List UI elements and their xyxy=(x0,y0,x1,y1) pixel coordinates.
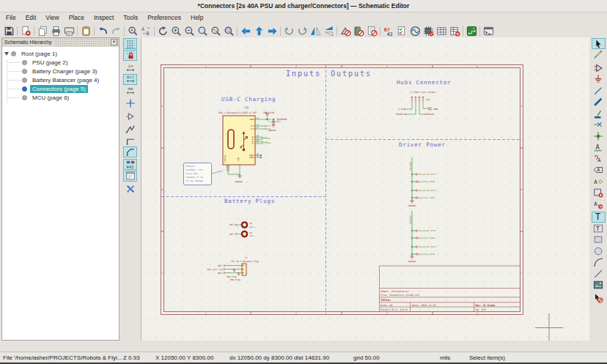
global-label-button[interactable]: A xyxy=(592,165,606,176)
bus-entry-button[interactable] xyxy=(592,108,606,119)
zoom-in-button[interactable] xyxy=(170,25,183,37)
redo-button[interactable] xyxy=(110,25,122,37)
menu-inspect[interactable]: Inspect xyxy=(90,12,117,23)
net-label-button[interactable]: A xyxy=(592,142,606,153)
simulator-button[interactable] xyxy=(409,25,422,37)
hier-label-button[interactable]: A xyxy=(592,176,606,187)
svg-text:A: A xyxy=(597,157,601,163)
open-pcb-button[interactable] xyxy=(466,25,478,37)
rotate-cw-button[interactable] xyxy=(296,25,309,37)
expander-icon[interactable] xyxy=(4,52,9,56)
add-rect-button[interactable] xyxy=(592,234,606,245)
cursor-arrow-button[interactable] xyxy=(592,38,606,49)
add-wire-button[interactable] xyxy=(592,85,606,96)
add-arc-button[interactable] xyxy=(592,257,606,268)
save-button[interactable] xyxy=(3,25,15,37)
hierarchy-header[interactable]: Schematic Hierarchy ✕ xyxy=(2,38,119,47)
cursor-cross-button[interactable] xyxy=(123,98,137,109)
add-bus-button[interactable] xyxy=(592,97,606,108)
sidebar-item-label: MCU (page 6) xyxy=(30,94,71,102)
menu-file[interactable]: File xyxy=(2,12,20,23)
free-angle-button[interactable] xyxy=(123,124,137,135)
mirror-h-button[interactable] xyxy=(309,25,322,37)
find-replace-button[interactable]: AB xyxy=(140,25,152,37)
toolbar-separator xyxy=(94,26,95,36)
edit-library-button[interactable] xyxy=(353,25,365,37)
highlight-net-button[interactable] xyxy=(592,50,606,61)
grid-dots-button[interactable] xyxy=(123,38,137,49)
menu-preferences[interactable]: Preferences xyxy=(144,12,185,23)
rotate-cw-icon xyxy=(297,26,308,37)
refresh-button[interactable] xyxy=(157,25,169,37)
hv-lines-button[interactable] xyxy=(123,135,137,146)
undo-button[interactable] xyxy=(97,25,109,37)
hidden-pins-button[interactable] xyxy=(123,111,137,122)
edit-table-button[interactable] xyxy=(435,25,448,37)
no-connect-button[interactable] xyxy=(592,119,606,130)
svg-text:C: C xyxy=(162,272,163,275)
mirror-v-button[interactable] xyxy=(323,25,335,37)
menu-view[interactable]: View xyxy=(42,12,62,23)
plot-button[interactable] xyxy=(63,25,76,37)
nav-up-button[interactable] xyxy=(253,25,265,37)
schematic-canvas[interactable]: 1234 1234 ABC ABC Inputs Outputs USB-C C… xyxy=(141,37,589,341)
sidebar-item-battery[interactable]: Battery Charger (page 3) xyxy=(2,67,119,75)
anno-auto-button[interactable]: R42 xyxy=(123,159,137,170)
add-symbol-button[interactable] xyxy=(592,62,606,73)
sheet-pin-button[interactable]: A xyxy=(592,198,606,209)
edit-symbol-button[interactable] xyxy=(339,25,352,37)
delete-tool-button[interactable] xyxy=(592,292,606,303)
print-button[interactable] xyxy=(50,25,62,37)
svg-text:T: T xyxy=(595,212,600,222)
save-icon xyxy=(4,26,15,37)
props-dialog-button[interactable] xyxy=(123,171,137,182)
sheet-setup-button[interactable] xyxy=(20,25,32,37)
assign-footprints-button[interactable] xyxy=(422,25,435,37)
erc-button[interactable] xyxy=(396,25,408,37)
junction-button[interactable] xyxy=(592,130,606,141)
sidebar-item-root[interactable]: Root (page 1) xyxy=(2,49,119,58)
menu-place[interactable]: Place xyxy=(65,12,88,23)
menu-tools[interactable]: Tools xyxy=(119,12,141,23)
sidebar-item-mcu[interactable]: MCU (page 6) xyxy=(2,93,119,102)
tools-x-button[interactable] xyxy=(123,183,137,194)
add-text-button[interactable]: T xyxy=(592,212,606,223)
nav-right-button[interactable] xyxy=(266,25,279,37)
add-textbox-button[interactable]: T xyxy=(592,223,606,234)
zoom-out-button[interactable] xyxy=(183,25,196,37)
zoom-selection-button[interactable] xyxy=(223,25,235,37)
menu-help[interactable]: Help xyxy=(187,12,207,23)
unit-in-button[interactable]: in xyxy=(123,62,137,73)
simulator-icon xyxy=(410,26,421,37)
unit-mm-button[interactable]: mm xyxy=(123,85,137,96)
add-image-button[interactable] xyxy=(592,280,606,291)
toolbar-separator xyxy=(336,26,337,36)
zoom-objects-button[interactable] xyxy=(210,25,222,37)
nav-left-button[interactable] xyxy=(240,25,252,37)
close-icon[interactable]: ✕ xyxy=(111,39,117,45)
bom-button[interactable] xyxy=(449,25,461,37)
svg-text:Keystone 3569: Keystone 3569 xyxy=(418,253,435,256)
paste-button[interactable] xyxy=(80,25,92,37)
toolbar-separator xyxy=(154,26,155,36)
annotate-icon: R?42 xyxy=(383,26,394,37)
line-45-button[interactable] xyxy=(123,146,137,157)
add-line-button[interactable] xyxy=(592,268,606,279)
net-class-button[interactable]: A xyxy=(592,153,606,164)
find-button[interactable]: A xyxy=(127,25,139,37)
hier-sheet-button[interactable] xyxy=(592,187,606,198)
add-power-button[interactable] xyxy=(592,74,606,85)
sidebar-item-psu[interactable]: PSU (page 2) xyxy=(2,58,119,67)
unit-mil-button[interactable]: mil xyxy=(123,74,137,85)
console-button[interactable] xyxy=(482,25,495,37)
add-circle-button[interactable] xyxy=(592,245,606,256)
sidebar-item-connectors[interactable]: Connectors (page 5) xyxy=(2,84,119,93)
menu-edit[interactable]: Edit xyxy=(22,12,40,23)
edit-fields-button[interactable] xyxy=(366,25,378,37)
annotate-button[interactable]: R?42 xyxy=(383,25,395,37)
new-sheet-button[interactable] xyxy=(37,25,49,37)
grid-lock-button[interactable] xyxy=(123,50,137,61)
zoom-fit-button[interactable] xyxy=(196,25,209,37)
sidebar-item-battery[interactable]: Battery Balancer (page 4) xyxy=(2,75,119,84)
rotate-ccw-button[interactable] xyxy=(283,25,295,37)
